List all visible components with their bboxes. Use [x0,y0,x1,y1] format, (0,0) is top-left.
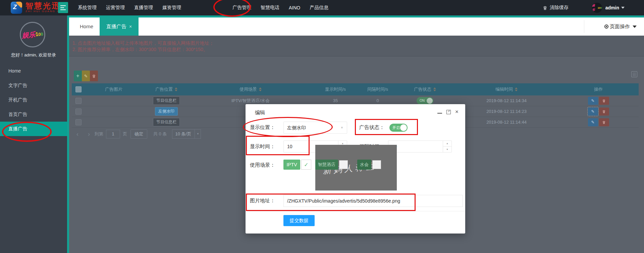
tab-home[interactable]: Home [73,17,100,36]
brand-logo-icon: Z [11,2,22,14]
tab-live-ads[interactable]: 直播广告× [100,17,139,36]
status-label: 广告状态： [358,124,384,131]
menu-item-operation[interactable]: 运营管理 [106,5,125,11]
add-button[interactable]: + [74,71,82,81]
row-edit-button[interactable]: ✎ [588,97,598,105]
col-header-position[interactable]: 广告位置 [142,86,191,92]
confirm-page-button[interactable]: 确定 [130,129,147,139]
cell-scene: IPTV/智慧酒店/水会 [191,98,311,104]
content-top-accent [67,15,644,17]
clear-cache-button[interactable]: 清除缓存 [543,5,569,11]
cell-interval: 0 [360,98,395,103]
menu-item-phone[interactable]: 智慧电话 [261,5,279,11]
menu-item-system[interactable]: 系统管理 [78,5,97,11]
main-menu: 系统管理 运营管理 直播管理 媒资管理 广告管理 智慧电话 AINO 产品信息 [78,0,338,15]
page-actions-button[interactable]: 页面操作 [604,17,637,36]
close-icon[interactable]: × [455,109,459,115]
scene-hotel-button[interactable]: 智慧酒店 [315,160,338,170]
sort-icon [175,87,177,91]
menu-item-aino[interactable]: AINO [289,5,300,10]
sort-icon [515,87,518,91]
row-checkbox[interactable] [75,109,82,115]
minimize-icon[interactable] [437,113,442,114]
submit-button[interactable]: 提交数据 [283,215,315,226]
image-url-input[interactable]: /ZHGXTV/Public/images/advertis/5d50d98e8… [283,195,463,207]
maximize-icon[interactable] [446,110,451,114]
sidebar-menu: Home 文字广告 开机广告 首页广告 直播广告 [0,64,67,136]
trash-icon [92,74,96,78]
table-toolbar: + ✎ [74,71,98,81]
sidebar-item-live-ads[interactable]: 直播广告 [0,122,69,136]
col-header-interval[interactable]: 间隔时间/s [360,86,395,92]
trash-icon [602,120,606,124]
position-badge: 节目信息栏 [153,96,180,105]
scene-water-button[interactable]: 水会 [357,160,371,170]
caret-down-icon: ▼ [340,122,343,133]
sidebar-item-boot-ads[interactable]: 开机广告 [0,93,67,107]
sidebar-item-homepage-ads[interactable]: 首页广告 [0,107,67,122]
page-number-input[interactable]: 1 [106,130,120,138]
row-edit-button[interactable]: ✎ [588,108,598,116]
goto-label: 到第 [95,131,103,137]
row-delete-button[interactable] [599,97,609,105]
table-filter-icon[interactable] [631,71,637,77]
interval-input[interactable]: 10 ▲ ▼ [388,140,452,153]
delete-button[interactable] [90,71,98,81]
position-select[interactable]: 左侧水印 ▼ [283,122,347,134]
sort-icon [259,87,262,91]
nav-right: 清除缓存 娱乐100 admin [543,0,625,15]
menu-item-live[interactable]: 直播管理 [134,5,153,11]
app-root: Z 智慧光迅 ZHI HUI GUANG XUN 系统管理 运营管理 直播管理 … [0,0,644,253]
spinner-down-icon[interactable]: ▼ [443,146,451,152]
show-time-label: 显示时间： [249,143,275,150]
scene-iptv-checkbox[interactable]: ✓ [301,160,311,170]
status-toggle[interactable]: ON [417,97,433,104]
scene-hotel-checkbox[interactable] [339,160,348,169]
select-all-checkbox[interactable] [75,86,82,92]
col-header-image[interactable]: 广告图片 [85,86,142,92]
sort-icon [433,87,436,91]
sidebar-item-home[interactable]: Home [0,64,67,78]
page-size-select[interactable]: 10 条/页 ▼ [172,129,201,139]
notice-banner: 1. 点击图片地址输入框可上传本地图片，可直接输入网络图片地址； 2. 图片推荐… [69,36,644,56]
username[interactable]: admin [605,5,619,10]
col-header-edittime[interactable]: 编辑时间 [455,86,558,92]
sidebar-item-text-ads[interactable]: 文字广告 [0,78,67,93]
position-label: 显示位置： [249,124,275,131]
edit-button[interactable]: ✎ [82,71,90,81]
cell-edittime: 2019-08-12 11:14:34 [455,98,558,103]
row-checkbox[interactable] [75,119,82,125]
sidebar-avatar: 娱乐100 [19,21,46,48]
prev-page-button[interactable]: ‹ [76,131,78,138]
menu-item-media[interactable]: 媒资管理 [162,5,181,11]
next-page-button[interactable]: › [88,131,90,138]
col-header-status[interactable]: 广告状态 [395,86,455,92]
tab-close-icon[interactable]: × [129,24,132,29]
scene-water-checkbox[interactable] [372,160,381,169]
page-unit-label: 页 [123,131,127,137]
page-actions-caret-icon [633,26,637,28]
pagination: ‹ › 到第 1 页 确定 共 0 条 10 条/页 ▼ [72,129,201,139]
cell-edittime: 2019-08-12 11:14:23 [455,109,558,114]
total-count-label: 共 0 条 [153,131,167,137]
scene-iptv-button[interactable]: IPTV [283,160,300,170]
dialog-title: 编辑 [255,110,265,116]
menu-item-ads[interactable]: 广告管理 [232,5,251,11]
menu-item-product[interactable]: 产品信息 [310,5,328,11]
col-header-showtime[interactable]: 显示时间/s [311,86,360,92]
dialog-header[interactable]: 编辑 × [246,104,465,120]
caret-down-icon: ▼ [195,130,201,138]
row-delete-button[interactable] [599,118,609,126]
row-delete-button[interactable] [599,108,609,116]
greeting-text: 您好！admin, 欢迎登录 [0,52,67,58]
clear-cache-label: 清除缓存 [550,5,569,11]
trash-icon [543,5,547,10]
col-header-scene[interactable]: 使用场景 [191,86,311,92]
tabbar-divider [584,20,584,33]
row-edit-button[interactable]: ✎ [588,118,598,126]
user-caret-icon[interactable] [621,7,625,9]
user-avatar[interactable]: 娱乐100 [592,3,602,13]
row-checkbox[interactable] [75,98,82,104]
status-switch[interactable]: 开启 [389,124,408,132]
sidebar-toggle-button[interactable] [58,2,68,13]
